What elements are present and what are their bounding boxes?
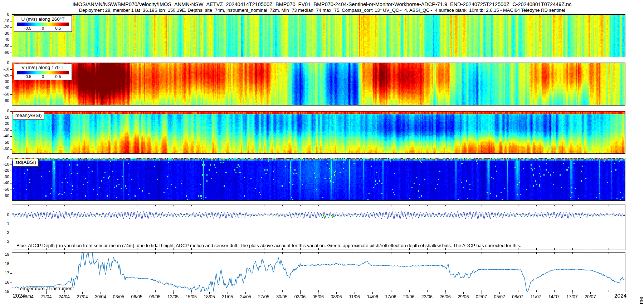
mean-absi-label: mean(ABSI) [13,112,44,120]
surface-blank-dotted-line [12,116,625,116]
y-tick-mark [10,82,12,82]
colorbar-tick-label: -0.5 [24,26,31,30]
u-velocity-legend: U (m/s) along 260°T -0.500.5 [14,15,72,32]
y-tick-label: 18 [5,262,9,266]
y-tick-mark [10,215,12,215]
y-tick-mark [10,165,12,165]
v-colorbar-ticks: -0.500.5 [17,74,69,79]
y-tick-label: -50 [3,92,9,97]
colorbar-tick-label: -0.5 [24,74,31,79]
y-tick-label: -30 [3,80,9,84]
panel-u-velocity: U (m/s) along 260°T -0.500.5 0-10-20-30-… [12,14,625,57]
imos-watermark: © IMOS 21-Dec-2024 03:34:08 Hobart time [638,297,644,304]
y-tick-mark [10,75,12,76]
y-tick-label: -40 [3,38,9,42]
std-absi-heatmap [12,158,625,200]
colorbar-tick-label: 0.5 [55,74,61,79]
x-tick-mark [336,292,337,294]
y-tick-label: -30 [3,175,9,179]
year-label-left: 2024 [13,293,25,299]
y-tick-mark [10,190,12,190]
y-tick-mark [10,40,12,40]
y-tick-mark [10,255,12,255]
x-inner-ticks-bottom [12,248,625,250]
y-tick-label: -50 [3,187,9,192]
y-tick-label: -60 [3,99,9,103]
y-tick-mark [10,21,12,21]
x-tick-mark [318,292,318,294]
u-colorbar-ticks: -0.500.5 [17,26,69,31]
y-tick-label: -10 [3,116,9,120]
y-tick-mark [10,149,12,149]
y-tick-label: 17 [5,271,9,275]
y-tick-label: -50 [3,141,9,145]
x-tick-mark [64,292,64,294]
surface-blank-dotted-line [12,163,625,163]
x-tick-mark [590,292,591,294]
x-tick-mark [445,292,445,294]
figure-title-line1: IMOS/ANMN/NSW/BMP070/Velocity/IMOS_ANMN-… [0,1,644,7]
x-tick-mark [409,292,409,294]
x-tick-mark [554,292,554,294]
figure-title-line2: Deployment 28, member 1 lat=36.19S lon=1… [0,8,644,13]
x-tick-mark [119,292,119,294]
panel-mean-absi: mean(ABSI) 0-10-20-30-40-50-60 [12,111,625,154]
y-tick-mark [10,118,12,118]
y-tick-mark [10,183,12,183]
y-tick-label: -20 [3,122,9,126]
y-tick-mark [10,177,12,177]
y-tick-mark [10,15,12,15]
y-tick-label: -40 [3,134,9,139]
x-tick-mark [173,292,174,294]
colorbar-tick-label: 0 [42,26,44,30]
panel-depth-variation: Blue: ADCP Depth (m) variation from sens… [12,205,625,250]
y-tick-label: -60 [3,147,9,151]
panel-temperature: Temperature at instrument 1918171615 [12,252,625,292]
y-tick-label: -30 [3,31,9,36]
y-tick-label: -3 [6,240,9,244]
y-tick-label: -60 [3,194,9,198]
u-legend-title: U (m/s) along 260°T [14,16,72,22]
y-tick-mark [10,53,12,53]
y-tick-label: -40 [3,181,9,186]
v-velocity-legend: V (m/s) along 170°T -0.500.5 [14,64,72,80]
depth-variation-annotation: Blue: ADCP Depth (m) variation from sens… [16,243,521,248]
y-tick-label: -10 [3,67,9,72]
y-tick-label: -20 [3,25,9,29]
y-tick-label: 15 [5,290,9,294]
y-tick-label: -40 [3,86,9,90]
y-tick-label: -30 [3,128,9,132]
x-tick-mark [46,292,47,294]
x-tick-mark [28,292,28,294]
y-tick-label: -1 [6,222,9,226]
x-tick-mark [536,292,536,294]
y-tick-label: -20 [3,73,9,78]
x-tick-mark [499,292,500,294]
x-tick-mark [372,292,373,294]
y-tick-mark [10,283,12,283]
y-tick-mark [10,130,12,131]
y-tick-mark [10,273,12,274]
y-tick-mark [10,88,12,88]
y-tick-mark [10,63,12,63]
y-tick-mark [10,171,12,171]
x-tick-mark [282,292,282,294]
y-tick-mark [10,224,12,224]
x-tick-label: 20/07 [580,294,601,299]
x-tick-mark [427,292,427,294]
y-tick-label: 16 [5,280,9,285]
y-tick-label: 0 [7,61,9,65]
y-tick-label: 0 [7,156,9,160]
colorbar-tick-label: 0 [42,74,44,79]
x-tick-mark [82,292,83,294]
y-tick-label: -10 [3,162,9,167]
x-inner-ticks-top [12,205,625,206]
date-axis: 18/0421/0424/0427/0430/0403/0506/0509/05… [12,292,625,303]
y-tick-label: -10 [3,19,9,23]
y-tick-mark [10,136,12,137]
y-tick-mark [10,46,12,46]
x-tick-mark [191,292,191,294]
std-absi-label: std(ABSI) [13,159,39,167]
temperature-plot [12,252,625,292]
y-tick-label: -60 [3,50,9,55]
